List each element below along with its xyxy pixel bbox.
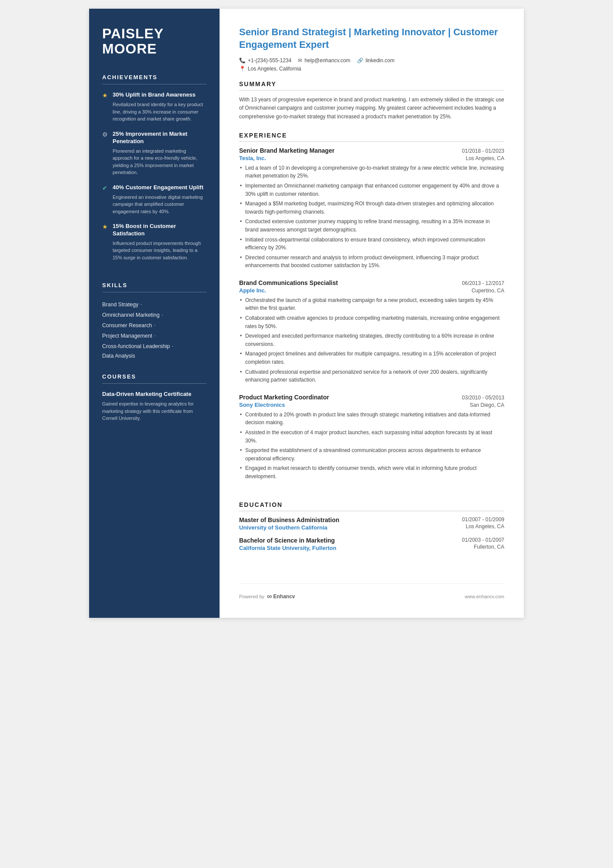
education-item: Bachelor of Science in Marketing Califor… [239,537,504,551]
achievements-section: ACHIEVEMENTS ★ 30% Uplift in Brand Aware… [102,74,207,269]
exp-bullets: Led a team of 10 in developing a compreh… [239,164,504,270]
exp-role: Brand Communications Specialist [239,279,338,286]
job-title-block: Senior Brand Strategist | Marketing Inno… [239,26,504,51]
edu-degree: Master of Business Administration [239,516,340,523]
bullet-item: Directed consumer research and analysis … [239,254,504,270]
exp-company-row: Sony Electronics San Diego, CA [239,402,504,408]
bullet-item: Assisted in the execution of 4 major pro… [239,429,504,445]
exp-header: Senior Brand Marketing Manager 01/2018 -… [239,147,504,154]
bullet-item: Engaged in market research to identify c… [239,464,504,480]
achievement-header: ★ 15% Boost in Customer Satisfaction [102,223,207,238]
bullet-item: Initiated cross-departmental collaborati… [239,236,504,252]
exp-header: Brand Communications Specialist 06/2013 … [239,279,504,286]
location-text: Los Angeles, California [248,66,301,72]
powered-by-text: Powered by [239,594,264,599]
skill-label: Consumer Research [102,322,152,328]
achievement-item: ★ 15% Boost in Customer Satisfaction Inf… [102,223,207,261]
bullet-item: Supported the establishment of a streaml… [239,446,504,462]
courses-section: COURSES Data-Driven Marketing Certificat… [102,373,207,422]
achievement-desc: Revitalized brand identity for a key pro… [102,101,207,123]
experience-item: Senior Brand Marketing Manager 01/2018 -… [239,147,504,270]
skill-label: Brand Strategy [102,302,138,308]
skill-item: Data Analysis [102,352,207,360]
bullet-item: Led a team of 10 in developing a compreh… [239,164,504,180]
achievement-title: 30% Uplift in Brand Awareness [113,91,196,99]
exp-company: Apple Inc. [239,287,266,294]
achievement-header: ✔ 40% Customer Engagement Uplift [102,184,207,191]
exp-dates: 01/2018 - 01/2023 [462,148,504,154]
experience-item: Product Marketing Coordinator 03/2010 - … [239,394,504,481]
experience-title: EXPERIENCE [239,132,504,142]
exp-company: Sony Electronics [239,402,285,408]
achievement-title: 25% Improvement in Market Penetration [113,131,207,145]
achievements-title: ACHIEVEMENTS [102,74,207,84]
bullet-item: Developed and executed performance marke… [239,332,504,348]
edu-dates: 01/2007 - 01/2009 [462,516,504,523]
achievement-title: 15% Boost in Customer Satisfaction [113,223,207,238]
exp-dates: 03/2010 - 05/2013 [462,395,504,401]
edu-left: Master of Business Administration Univer… [239,516,340,531]
edu-degree: Bachelor of Science in Marketing [239,537,336,544]
phone-text: +1-(234)-555-1234 [248,57,291,64]
skills-title: SKILLS [102,282,207,292]
skill-label: Project Management [102,333,152,339]
skill-dot: · [161,311,163,319]
skill-label: Data Analysis [102,353,135,359]
edu-school: University of Southern California [239,524,340,531]
exp-role: Product Marketing Coordinator [239,394,329,401]
footer-left: Powered by ∞ Enhancv [239,593,295,600]
education-item: Master of Business Administration Univer… [239,516,504,531]
medal-icon: ⚙ [102,131,109,138]
job-title: Senior Brand Strategist | Marketing Inno… [239,26,504,51]
exp-company-row: Apple Inc. Cupertino, CA [239,287,504,294]
exp-location: Los Angeles, CA [466,155,504,161]
skill-item: Cross-functional Leadership · [102,341,207,352]
location-row: 📍 Los Angeles, California [239,66,504,72]
location-icon: 📍 [239,66,246,72]
sidebar: PAISLEY MOORE ACHIEVEMENTS ★ 30% Uplift … [89,9,220,618]
exp-location: San Diego, CA [470,402,504,408]
edu-right: 01/2007 - 01/2009 Los Angeles, CA [462,516,504,531]
bullet-item: Cultivated professional expertise and pe… [239,368,504,384]
bullet-item: Orchestrated the launch of a global mark… [239,296,504,312]
skill-dot: · [154,332,156,340]
footer: Powered by ∞ Enhancv www.enhancv.com [239,583,504,600]
exp-company-row: Tesla, Inc. Los Angeles, CA [239,155,504,161]
check-icon: ✔ [102,184,109,191]
achievement-desc: Pioneered an integrated marketing approa… [102,147,207,176]
edu-school: California State University, Fullerton [239,545,336,551]
edu-right: 01/2003 - 01/2007 Fullerton, CA [462,537,504,551]
skill-dot: · [140,301,142,308]
achievement-item: ✔ 40% Customer Engagement Uplift Enginee… [102,184,207,215]
summary-section: SUMMARY With 13 years of progressive exp… [239,80,504,121]
name-block: PAISLEY MOORE [102,26,207,57]
achievement-title: 40% Customer Engagement Uplift [113,184,203,191]
edu-location: Los Angeles, CA [462,523,504,530]
course-desc: Gained expertise in leveraging analytics… [102,400,207,422]
email-icon: ✉ [298,57,302,64]
skill-item: Consumer Research · [102,320,207,331]
bullet-item: Contributed to a 20% growth in product l… [239,411,504,427]
footer-website: www.enhancv.com [465,594,504,599]
linkedin-icon: 🔗 [357,57,363,64]
candidate-name: PAISLEY MOORE [102,26,207,57]
skills-section: SKILLS Brand Strategy · Omnichannel Mark… [102,282,207,360]
exp-header: Product Marketing Coordinator 03/2010 - … [239,394,504,401]
skill-dot: · [172,342,173,350]
achievement-header: ★ 30% Uplift in Brand Awareness [102,91,207,99]
summary-text: With 13 years of progressive experience … [239,96,504,121]
course-title: Data-Driven Marketing Certificate [102,391,207,398]
skill-dot: · [154,322,156,329]
achievement-desc: Influenced product improvements through … [102,240,207,261]
exp-bullets: Contributed to a 20% growth in product l… [239,411,504,481]
achievement-header: ⚙ 25% Improvement in Market Penetration [102,131,207,145]
star-icon: ★ [102,92,109,99]
star-icon: ★ [102,223,109,230]
bullet-item: Implemented an Omnichannel marketing cam… [239,182,504,198]
summary-title: SUMMARY [239,80,504,90]
bullet-item: Conducted extensive customer journey map… [239,218,504,234]
education-title: EDUCATION [239,501,504,511]
infinity-icon: ∞ [267,593,272,600]
bullet-item: Managed project timelines and deliverabl… [239,350,504,366]
exp-bullets: Orchestrated the launch of a global mark… [239,296,504,384]
